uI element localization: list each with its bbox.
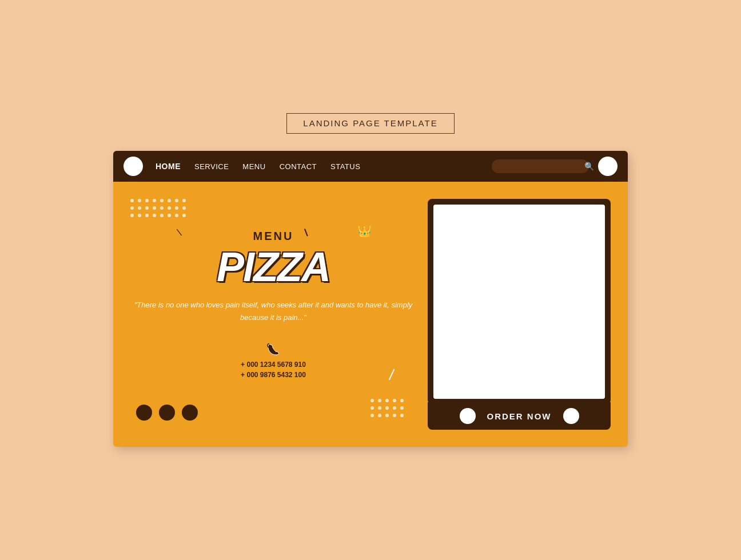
order-circle-right [563,408,579,424]
search-icon[interactable]: 🔍 [584,162,594,171]
order-now-button[interactable]: ORDER NOW [487,411,552,421]
page-title-box: LANDING PAGE TEMPLATE [286,113,454,134]
phone-icon [265,341,282,358]
image-frame [428,199,611,405]
quote-text: "There is no one who loves pain itself, … [130,299,416,324]
nav-right-circle [598,157,618,176]
nav-service[interactable]: SERVICE [194,162,229,171]
left-panel: ∖ MENU 👑 PIZZA "There is no one who love… [130,199,416,430]
bottom-circles [136,405,198,421]
bottom-circle-1 [136,405,152,421]
crown-icon: 👑 [357,224,372,238]
search-bar[interactable]: 🔍 [492,159,589,173]
nav-status[interactable]: STATUS [330,162,360,171]
menu-label: MENU [253,230,294,243]
main-content: ∖ MENU 👑 PIZZA "There is no one who love… [113,182,628,447]
right-panel: ORDER NOW [428,199,611,430]
nav-links: HOME SERVICE MENU CONTACT STATUS [156,162,492,171]
pizza-title: PIZZA [130,246,416,287]
phone-section: + 000 1234 5678 910 + 000 9876 5432 100 [130,341,416,379]
nav-home[interactable]: HOME [156,162,181,171]
image-placeholder [433,205,605,399]
dots-decoration-top [130,199,416,218]
bottom-circle-2 [159,405,175,421]
nav-contact[interactable]: CONTACT [280,162,317,171]
search-input[interactable] [499,162,584,170]
bottom-circle-3 [182,405,198,421]
nav-logo-circle [124,157,143,176]
phone-2: + 000 9876 5432 100 [241,371,306,379]
phone-1: + 000 1234 5678 910 [241,361,306,369]
order-circle-left [460,408,476,424]
landing-card: HOME SERVICE MENU CONTACT STATUS 🔍 [113,151,628,447]
page-title: LANDING PAGE TEMPLATE [303,118,437,128]
nav-menu[interactable]: MENU [242,162,265,171]
menu-label-container: ∖ MENU 👑 [130,230,416,244]
order-bar[interactable]: ORDER NOW [428,402,611,430]
dots-decoration-bottom [370,399,405,418]
curl-left: ∖ [174,227,184,239]
navbar: HOME SERVICE MENU CONTACT STATUS 🔍 [113,151,628,182]
